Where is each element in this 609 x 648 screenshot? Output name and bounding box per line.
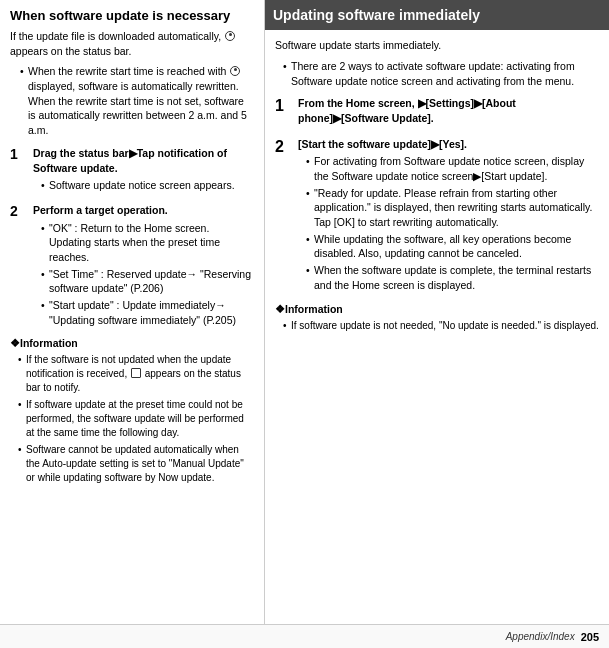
right-step-2-bullet-4: When the software update is complete, th…: [306, 263, 599, 292]
left-info-bullets: If the software is not updated when the …: [10, 353, 254, 485]
right-step-2-bullets: For activating from Software update noti…: [298, 154, 599, 292]
left-bullet-1: When the rewrite start time is reached w…: [20, 64, 254, 137]
right-bullets: There are 2 ways to activate software up…: [275, 59, 599, 88]
footer-text: Appendix/Index: [506, 631, 575, 642]
status-icon: [225, 31, 235, 41]
left-step-1-content: Drag the status bar▶Tap notification of …: [33, 146, 254, 195]
left-step-2-bullet-3: "Start update" : Update immediately→ "Up…: [41, 298, 254, 327]
left-step-1: 1 Drag the status bar▶Tap notification o…: [10, 146, 254, 195]
update-icon-inline: [131, 368, 141, 378]
right-step-1: 1 From the Home screen, ▶[Settings]▶[Abo…: [275, 96, 599, 128]
right-bullet-1: There are 2 ways to activate software up…: [283, 59, 599, 88]
right-step-1-title: From the Home screen, ▶[Settings]▶[About…: [298, 96, 599, 125]
left-title: When software update is necessary: [10, 8, 254, 23]
right-intro: Software update starts immediately.: [275, 38, 599, 53]
left-info-bullet-1: If the software is not updated when the …: [18, 353, 254, 395]
right-step-2-title: [Start the software update]▶[Yes].: [298, 137, 599, 152]
left-bullets: When the rewrite start time is reached w…: [10, 64, 254, 137]
left-step-2-bullet-1: "OK" : Return to the Home screen. Updati…: [41, 221, 254, 265]
right-header: Updating software immediately: [265, 0, 609, 30]
left-info-bullet-3: Software cannot be updated automatically…: [18, 443, 254, 485]
footer-page: 205: [581, 631, 599, 643]
status-icon-inline: [230, 66, 240, 76]
right-step-2-content: [Start the software update]▶[Yes]. For a…: [298, 137, 599, 295]
right-step-2-bullet-1: For activating from Software update noti…: [306, 154, 599, 183]
right-column: Updating software immediately Software u…: [265, 0, 609, 624]
right-info-bullets: If software update is not needed, "No up…: [275, 319, 599, 333]
left-step-2-bullets: "OK" : Return to the Home screen. Updati…: [33, 221, 254, 328]
right-step-1-number: 1: [275, 96, 293, 115]
left-intro: If the update file is downloaded automat…: [10, 29, 254, 58]
right-step-2-number: 2: [275, 137, 293, 156]
left-step-2-number: 2: [10, 203, 28, 220]
left-step-2-bullet-2: "Set Time" : Reserved update→ "Reserving…: [41, 267, 254, 296]
footer: Appendix/Index 205: [0, 624, 609, 648]
left-step-1-number: 1: [10, 146, 28, 163]
right-step-2: 2 [Start the software update]▶[Yes]. For…: [275, 137, 599, 295]
right-step-2-bullet-2: "Ready for update. Please refrain from s…: [306, 186, 599, 230]
right-header-title: Updating software immediately: [273, 6, 601, 24]
left-info-bullet-2: If software update at the preset time co…: [18, 398, 254, 440]
left-info-title: ❖Information: [10, 337, 254, 349]
main-content: When software update is necessary If the…: [0, 0, 609, 624]
left-step-1-title: Drag the status bar▶Tap notification of …: [33, 146, 254, 175]
left-step-1-bullet-1: Software update notice screen appears.: [41, 178, 254, 193]
right-info-bullet-1: If software update is not needed, "No up…: [283, 319, 599, 333]
left-step-2-content: Perform a target operation. "OK" : Retur…: [33, 203, 254, 330]
right-info-title: ❖Information: [275, 303, 599, 315]
left-step-2: 2 Perform a target operation. "OK" : Ret…: [10, 203, 254, 330]
left-step-1-bullets: Software update notice screen appears.: [33, 178, 254, 193]
left-info-section: ❖Information If the software is not upda…: [10, 337, 254, 485]
page-container: When software update is necessary If the…: [0, 0, 609, 648]
right-step-1-content: From the Home screen, ▶[Settings]▶[About…: [298, 96, 599, 128]
left-column: When software update is necessary If the…: [0, 0, 265, 624]
right-step-2-bullet-3: While updating the software, all key ope…: [306, 232, 599, 261]
left-step-2-title: Perform a target operation.: [33, 203, 254, 218]
right-info-section: ❖Information If software update is not n…: [275, 303, 599, 333]
